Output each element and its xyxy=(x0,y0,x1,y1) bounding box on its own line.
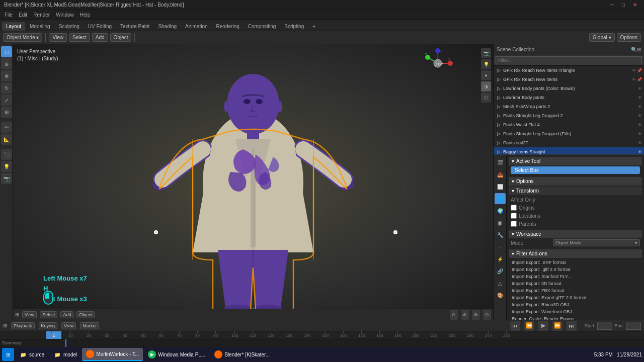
tab-modeling[interactable]: Modeling xyxy=(26,22,54,31)
start-button[interactable]: ⊞ xyxy=(2,348,14,361)
tool-add-cube[interactable]: ⬛ xyxy=(1,149,12,160)
header-options-btn[interactable]: Options xyxy=(617,33,641,42)
props-icon-scene[interactable]: 🌐 xyxy=(495,193,506,204)
tool-add-light[interactable]: 💡 xyxy=(1,161,12,172)
taskbar-model[interactable]: 📁 model xyxy=(49,348,81,361)
props-icon-view-layer[interactable]: ⬜ xyxy=(495,181,506,192)
outliner-item-1[interactable]: ▷ GFix Rix Reach New Items 👁 📌 xyxy=(494,75,644,84)
outliner-item-9[interactable]: ▷ Baggy Items Straight 👁 xyxy=(494,147,644,154)
taskbar-source[interactable]: 📁 source xyxy=(15,348,48,361)
outliner-item-0[interactable]: ▷ GFix Rix Reach New Items Triangle 👁 📌 xyxy=(494,66,644,75)
tool-transform[interactable]: ⊞ xyxy=(1,107,12,118)
vp-camera-btn[interactable]: 📷 xyxy=(481,48,491,58)
props-icon-output[interactable]: 📤 xyxy=(495,169,506,180)
outliner-search-icon[interactable]: 🔍 xyxy=(631,47,637,52)
props-icon-render[interactable]: 🎬 xyxy=(495,157,506,168)
vp-proportional-btn[interactable]: ⊙ xyxy=(483,310,491,320)
tab-rendering[interactable]: Rendering xyxy=(212,22,244,31)
tl-jump-end[interactable]: ⏭ xyxy=(567,321,577,331)
taskbar-blender-2[interactable]: Blender* [K|Skater... xyxy=(210,348,274,361)
outliner-item-6[interactable]: ▷ Pants Waist Flat 4 👁 xyxy=(494,120,644,129)
tab-animation[interactable]: Animation xyxy=(181,22,211,31)
addon-item-2[interactable]: Import Export: Stanford PLY... xyxy=(510,273,641,280)
tl-marker-btn[interactable]: Marker xyxy=(80,322,99,329)
vp-editor-type[interactable]: ⊞ xyxy=(15,312,19,317)
props-icon-material[interactable]: 🎨 xyxy=(495,290,506,301)
vp-overlay-btn[interactable]: ⊙ xyxy=(450,310,458,320)
vp-render-btn[interactable]: 💡 xyxy=(481,59,491,69)
tool-cursor[interactable]: ⊕ xyxy=(1,58,12,69)
header-select-btn[interactable]: Select xyxy=(69,33,90,42)
tl-start-field[interactable]: 1 xyxy=(597,322,612,330)
outliner-item-3[interactable]: ▷ Lowrider Body pants 👁 xyxy=(494,93,644,102)
header-view-btn[interactable]: View xyxy=(49,33,67,42)
vp-wire-btn[interactable]: ⬡ xyxy=(481,93,491,103)
tool-annotate[interactable]: ✏ xyxy=(1,122,12,133)
props-icon-data[interactable]: △ xyxy=(495,278,506,289)
vp-object-menu[interactable]: Object xyxy=(76,311,95,318)
addon-item-0[interactable]: Import Export: .BRF format xyxy=(510,259,641,266)
filter-addons-header[interactable]: ▾ Filter Add-ons xyxy=(509,249,642,258)
timeline-ruler[interactable]: 1 01020304050607080901001101201301401501… xyxy=(0,331,644,339)
vp-gizmo-btn[interactable]: ⊕ xyxy=(461,310,469,320)
select-box-btn[interactable]: Select Box xyxy=(511,166,640,174)
taskbar-blender-active[interactable]: MerlinWarlock - T... xyxy=(82,348,143,361)
tab-sculpting[interactable]: Sculpting xyxy=(55,22,84,31)
tl-playback-btn[interactable]: Playback xyxy=(11,322,35,329)
locations-checkbox[interactable] xyxy=(511,213,517,219)
tab-scripting[interactable]: Scripting xyxy=(280,22,308,31)
options-header[interactable]: ▾ Options xyxy=(509,177,642,186)
tab-uv-editing[interactable]: UV Editing xyxy=(84,22,116,31)
transform-header[interactable]: ▾ Transform xyxy=(509,187,642,195)
tab-compositing[interactable]: Compositing xyxy=(244,22,280,31)
outliner-item-7[interactable]: ▷ Pants Straight Leg Cropped (Fills) 👁 xyxy=(494,129,644,138)
vp-solid-btn[interactable]: ◑ xyxy=(481,81,491,92)
menu-window[interactable]: Window xyxy=(53,11,76,19)
mode-select[interactable]: Object Mode ▾ xyxy=(3,33,42,42)
taskbar-media-player[interactable]: ▶ Windows Media PL... xyxy=(144,348,209,361)
tl-next-frame[interactable]: ⏩ xyxy=(552,321,562,331)
menu-render[interactable]: Render xyxy=(31,11,52,19)
props-icon-world[interactable]: 🌍 xyxy=(495,205,506,216)
outliner-search-input[interactable] xyxy=(496,56,642,64)
tl-prev-frame[interactable]: ⏪ xyxy=(524,321,534,331)
menu-help[interactable]: Help xyxy=(77,11,93,19)
tl-view-btn[interactable]: View xyxy=(61,322,76,329)
vp-material-btn[interactable]: ● xyxy=(481,70,491,80)
tl-end-field[interactable]: 250 xyxy=(626,322,641,330)
maximize-btn[interactable]: □ xyxy=(619,2,628,8)
close-btn[interactable]: ✕ xyxy=(630,2,640,8)
vp-view-menu[interactable]: View xyxy=(22,311,37,318)
props-icon-constraints[interactable]: 🔗 xyxy=(495,265,506,277)
tool-select[interactable]: ◻ xyxy=(1,46,12,57)
workspace-header[interactable]: ▾ Workspace xyxy=(509,230,642,238)
viewport[interactable]: User Perspective (1) : Misc | (Study) xyxy=(13,44,493,320)
menu-file[interactable]: File xyxy=(2,11,15,19)
outliner-item-8[interactable]: ▷ Pants suit2T 👁 xyxy=(494,138,644,147)
tl-jump-start[interactable]: ⏮ xyxy=(510,321,520,331)
tool-scale[interactable]: ⤢ xyxy=(1,95,12,106)
vp-add-menu[interactable]: Add xyxy=(60,311,73,318)
vp-select-menu[interactable]: Select xyxy=(40,311,57,318)
tool-measure[interactable]: 📐 xyxy=(1,134,12,145)
tab-add[interactable]: + xyxy=(308,22,319,31)
tl-keying-btn[interactable]: Keying xyxy=(39,322,58,329)
header-object-btn[interactable]: Object xyxy=(110,33,132,42)
tab-layout[interactable]: Layout xyxy=(2,22,25,31)
addon-item-6[interactable]: Import Export: Rhino3D OBJ... xyxy=(510,301,641,308)
props-icon-modifier[interactable]: 🔧 xyxy=(495,229,506,240)
tool-rotate[interactable]: ↻ xyxy=(1,82,12,94)
active-tool-header[interactable]: ▾ Active Tool xyxy=(509,157,642,165)
tl-play-btn[interactable]: ▶ xyxy=(538,321,548,331)
minimize-btn[interactable]: ─ xyxy=(607,2,617,8)
addon-item-3[interactable]: Import Export: 3D format xyxy=(510,280,641,287)
outliner-filter-icon[interactable]: ⊞ xyxy=(637,47,641,52)
header-global-btn[interactable]: Global ▾ xyxy=(589,33,615,42)
header-add-btn[interactable]: Add xyxy=(92,33,108,42)
origins-checkbox[interactable] xyxy=(511,205,517,211)
mode-dropdown[interactable]: Object Mode ▾ xyxy=(553,239,640,246)
addon-item-8[interactable]: Render: Cycles Render Engine xyxy=(510,315,641,320)
addon-item-4[interactable]: Import Export: FBX format xyxy=(510,287,641,294)
tl-editor-icon[interactable]: ⊞ xyxy=(3,323,7,328)
menu-edit[interactable]: Edit xyxy=(16,11,30,19)
